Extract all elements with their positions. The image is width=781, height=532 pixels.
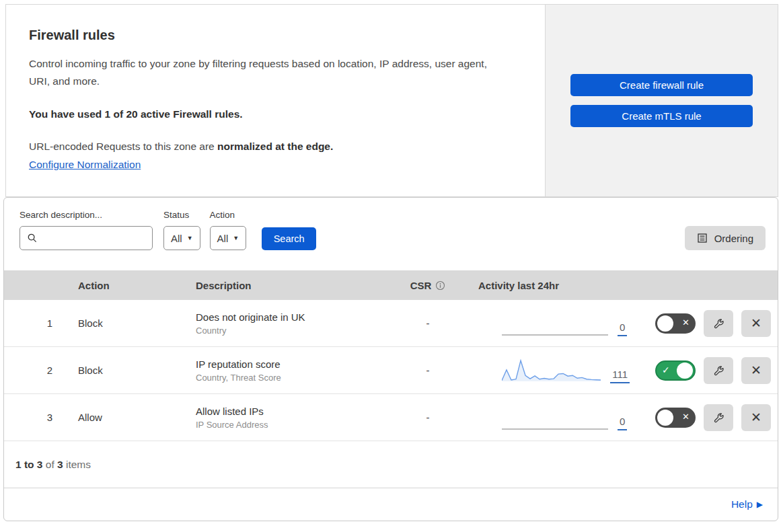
rule-criteria: Country xyxy=(196,326,387,336)
delete-rule-button[interactable]: ✕ xyxy=(741,357,771,384)
header-description: Description xyxy=(176,280,387,291)
ordering-button[interactable]: Ordering xyxy=(685,226,766,250)
help-link-label: Help xyxy=(731,498,753,510)
activity-sparkline xyxy=(502,311,608,336)
rule-description: Does not originate in UK xyxy=(196,311,387,323)
rule-description: Allow listed IPs xyxy=(196,406,387,417)
close-icon: ✕ xyxy=(751,315,761,331)
create-mtls-rule-button[interactable]: Create mTLS rule xyxy=(570,105,753,127)
close-icon: ✕ xyxy=(751,363,761,378)
activity-count-link[interactable]: 0 xyxy=(618,321,627,336)
rule-description-cell: Allow listed IPs IP Source Address xyxy=(176,406,387,430)
toggle-knob xyxy=(657,410,673,426)
rule-number: 3 xyxy=(4,412,58,423)
rules-list-card: Search description... Status All ▼ Actio… xyxy=(3,197,778,521)
filter-bar: Search description... Status All ▼ Actio… xyxy=(4,198,778,270)
rule-activity-cell: 0 xyxy=(468,311,630,336)
activity-sparkline xyxy=(502,358,601,383)
status-label: Status xyxy=(163,210,200,220)
rule-csr: - xyxy=(387,365,468,376)
normalization-note-bold: normalized at the edge. xyxy=(217,141,333,152)
rule-activity-cell: 0 xyxy=(468,405,630,430)
table-row: 2 Block IP reputation score Country, Thr… xyxy=(4,347,778,394)
search-button[interactable]: Search xyxy=(262,227,316,250)
delete-rule-button[interactable]: ✕ xyxy=(741,310,771,337)
chevron-down-icon: ▼ xyxy=(187,235,193,241)
status-dropdown[interactable]: All ▼ xyxy=(163,226,200,250)
edit-rule-button[interactable] xyxy=(704,310,733,337)
search-group: Search description... xyxy=(20,210,153,250)
rule-action: Block xyxy=(58,365,176,376)
rule-description-cell: Does not originate in UK Country xyxy=(176,311,387,336)
edit-rule-button[interactable] xyxy=(704,357,733,384)
wrench-icon xyxy=(712,317,725,330)
table-row: 3 Allow Allow listed IPs IP Source Addre… xyxy=(4,394,778,441)
x-icon: ✕ xyxy=(682,317,690,328)
info-icon[interactable] xyxy=(435,280,445,291)
close-icon: ✕ xyxy=(751,410,761,425)
help-link[interactable]: Help ▶ xyxy=(731,498,763,510)
rule-enabled-toggle[interactable]: ✓ ✕ xyxy=(655,313,696,334)
ordering-list-icon xyxy=(697,233,708,243)
rule-description-cell: IP reputation score Country, Threat Scor… xyxy=(176,358,387,383)
rule-criteria: Country, Threat Score xyxy=(196,373,387,383)
delete-rule-button[interactable]: ✕ xyxy=(741,404,771,431)
search-input[interactable] xyxy=(20,226,153,250)
header-action: Action xyxy=(58,280,176,291)
action-label: Action xyxy=(210,210,247,220)
chevron-down-icon: ▼ xyxy=(233,235,239,241)
search-icon xyxy=(27,233,38,243)
rule-controls: ✓ ✕ ✕ xyxy=(630,310,778,337)
table-header: Action Description CSR Activity last 24h… xyxy=(4,270,778,300)
header-csr: CSR xyxy=(387,280,468,291)
action-filter-group: Action All ▼ xyxy=(210,210,247,250)
usage-summary: You have used 1 of 20 active Firewall ru… xyxy=(29,108,517,120)
rule-activity-cell: 111 xyxy=(468,358,630,383)
action-dropdown-value: All xyxy=(217,233,229,244)
create-firewall-rule-button[interactable]: Create firewall rule xyxy=(570,74,753,96)
activity-count-link[interactable]: 0 xyxy=(618,416,627,430)
header-activity: Activity last 24hr xyxy=(468,280,630,291)
normalization-note-prefix: URL-encoded Requests to this zone are xyxy=(29,141,217,152)
arrow-right-icon: ▶ xyxy=(757,500,763,509)
activity-count-link[interactable]: 111 xyxy=(610,369,630,383)
table-row: 1 Block Does not originate in UK Country… xyxy=(4,300,778,347)
rule-criteria: IP Source Address xyxy=(196,420,387,430)
edit-rule-button[interactable] xyxy=(704,404,733,431)
page-description: Control incoming traffic to your zone by… xyxy=(29,55,510,91)
hero-section: Firewall rules Control incoming traffic … xyxy=(5,4,778,197)
x-icon: ✕ xyxy=(682,412,690,422)
rule-csr: - xyxy=(387,317,468,329)
rule-controls: ✓ ✕ ✕ xyxy=(630,357,778,384)
help-bar: Help ▶ xyxy=(4,488,778,521)
rule-action: Allow xyxy=(58,412,176,423)
header-csr-label: CSR xyxy=(410,280,432,291)
action-dropdown[interactable]: All ▼ xyxy=(210,226,247,250)
rule-enabled-toggle[interactable]: ✓ ✕ xyxy=(655,408,696,428)
of-label: of xyxy=(46,459,54,470)
pagination-summary: 1 to 3 of 3 items xyxy=(4,441,778,488)
search-label: Search description... xyxy=(20,210,153,220)
item-range: 1 to 3 xyxy=(15,459,42,470)
configure-normalization-link[interactable]: Configure Normalization xyxy=(29,159,141,170)
normalization-note: URL-encoded Requests to this zone are no… xyxy=(29,141,517,153)
items-label: items xyxy=(66,459,91,470)
wrench-icon xyxy=(712,411,725,424)
rule-enabled-toggle[interactable]: ✓ ✕ xyxy=(655,360,696,381)
page-title: Firewall rules xyxy=(29,28,517,43)
hero-actions-panel: Create firewall rule Create mTLS rule xyxy=(546,4,778,197)
toggle-knob xyxy=(657,315,673,332)
rule-controls: ✓ ✕ ✕ xyxy=(630,404,778,431)
rule-number: 2 xyxy=(4,365,58,376)
check-icon: ✓ xyxy=(662,365,670,375)
wrench-icon xyxy=(712,364,725,377)
ordering-button-label: Ordering xyxy=(714,233,753,244)
rule-action: Block xyxy=(58,317,176,329)
status-dropdown-value: All xyxy=(171,233,182,244)
firewall-intro-card: Firewall rules Control incoming traffic … xyxy=(5,4,546,197)
status-filter-group: Status All ▼ xyxy=(163,210,200,250)
item-total: 3 xyxy=(57,459,63,470)
toggle-knob xyxy=(677,363,693,379)
rule-number: 1 xyxy=(4,317,58,329)
rule-description: IP reputation score xyxy=(196,358,387,370)
